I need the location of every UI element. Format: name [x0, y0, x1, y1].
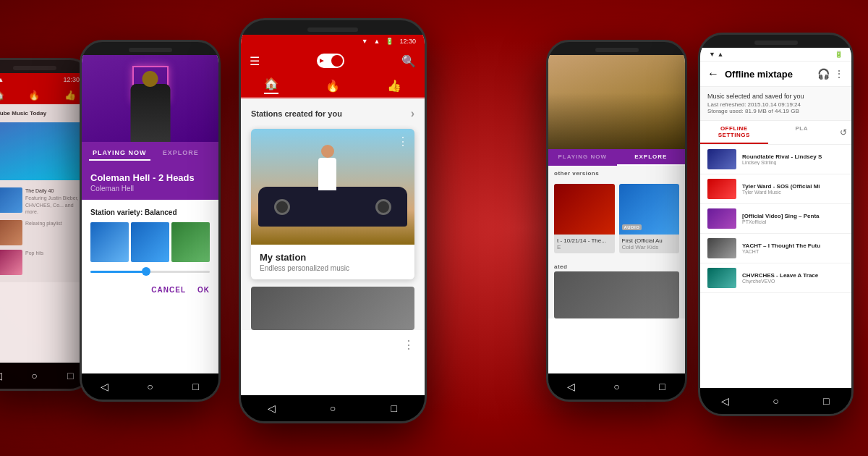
- tab-playing-now-right[interactable]: PLAYING NOW: [548, 149, 617, 166]
- speaker-center: [307, 28, 358, 32]
- home-btn-far-left[interactable]: ○: [27, 368, 41, 383]
- recent-btn-far-right[interactable]: □: [819, 394, 833, 408]
- tab-playing-now[interactable]: PLAYING NOW: [89, 146, 150, 161]
- home-btn-center[interactable]: ○: [326, 401, 340, 415]
- video-card-2[interactable]: AUDIO First (Official Au Cold War Kids: [619, 184, 680, 253]
- recent-btn-far-left[interactable]: □: [63, 368, 77, 383]
- tab-explore-right[interactable]: EXPLORE: [617, 149, 686, 166]
- far-left-content: YouTube Music Today The Daily 40 Featuri…: [0, 104, 88, 282]
- track-name-2: Tyler Ward - SOS (Official Mi: [742, 183, 844, 190]
- search-icon[interactable]: 🔍: [401, 54, 416, 68]
- refresh-icon[interactable]: ↺: [835, 121, 851, 144]
- thumbsup-icon-far-left: 👍: [64, 90, 76, 101]
- tab-playlist[interactable]: PLA: [768, 121, 836, 144]
- screen-left: PLAYING NOW EXPLORE Coleman Hell - 2 Hea…: [82, 55, 218, 373]
- speaker-far-left: [13, 66, 56, 70]
- yt-logo-small: ▶: [320, 58, 323, 64]
- video-card-1[interactable]: t - 10/21/14 - The... E: [554, 184, 615, 253]
- list-item: Pop hits: [0, 250, 82, 275]
- video-meta-2: First (Official Au Cold War Kids: [619, 235, 680, 253]
- back-btn-far-right[interactable]: ◁: [718, 394, 733, 408]
- back-btn-left[interactable]: ◁: [98, 379, 112, 394]
- home-btn-left[interactable]: ○: [143, 379, 158, 394]
- screen-right: PLAYING NOW EXPLORE other versions t - 1…: [548, 55, 685, 373]
- song-title: Coleman Hell - 2 Heads: [90, 172, 210, 183]
- menu-icon[interactable]: ☰: [250, 54, 260, 68]
- track-name-4: YACHT – I Thought The Futu: [742, 242, 844, 249]
- tab-offline-settings[interactable]: OFFLINE SETTINGS: [700, 121, 768, 144]
- dialog-buttons: CANCEL OK: [90, 282, 210, 294]
- back-btn-far-left[interactable]: ◁: [0, 368, 6, 383]
- track-title-3: Pop hits: [25, 250, 43, 257]
- thumb-mini-1: [90, 222, 129, 262]
- screen-far-left: ▼ ▲ 12:30 🏠 🔥 👍 YouTube Music Today The …: [0, 73, 88, 363]
- recent-btn-center[interactable]: □: [387, 401, 401, 415]
- tab-explore-left[interactable]: EXPLORE: [150, 146, 212, 161]
- nav-bar-far-left: ◁ ○ □: [0, 363, 88, 389]
- three-dot-icon[interactable]: ⋮: [397, 135, 409, 148]
- speaker-far-right: [754, 41, 798, 45]
- track-info-3-far-right: [Official Video] Sing – Penta PTXofficia…: [742, 213, 844, 224]
- extra-thumb-1: [251, 287, 414, 330]
- phones-container: ▼ ▲ 12:30 🏠 🔥 👍 YouTube Music Today The …: [0, 0, 868, 456]
- tabs-right: PLAYING NOW EXPLORE: [548, 149, 685, 166]
- wifi-icon: ▼: [362, 38, 368, 45]
- offline-header: ← Offline mixtape 🎧 ⋮: [700, 62, 851, 87]
- artist-image-left: [82, 55, 218, 142]
- thumb-mini-2: [131, 222, 169, 262]
- station-card[interactable]: ⋮ My station Endless personalized music: [251, 129, 414, 279]
- slider-track: [90, 271, 210, 273]
- recent-btn-left[interactable]: □: [189, 379, 203, 394]
- car-wheel-left: [274, 199, 290, 215]
- offline-info: Music selected and saved for you Last re…: [700, 87, 851, 121]
- phone-far-left: ▼ ▲ 12:30 🏠 🔥 👍 YouTube Music Today The …: [0, 58, 90, 391]
- car-body: [258, 187, 407, 227]
- time-center: 12:30: [399, 38, 416, 45]
- toggle-knob: [331, 55, 343, 67]
- ok-button[interactable]: OK: [197, 286, 210, 294]
- track-meta-1: The Daily 40 Featuring Justin Bieber, CH…: [25, 187, 82, 216]
- thumb-mini-3: [171, 222, 210, 262]
- back-icon-far-right[interactable]: ←: [707, 67, 719, 80]
- app-bar-center: ☰ ▶ 🔍: [241, 48, 425, 74]
- track-thumb-2: [0, 220, 22, 245]
- home-btn-far-right[interactable]: ○: [768, 394, 783, 408]
- nav-bar-right: ◁ ○ □: [548, 373, 685, 400]
- track-artist-2: Tyler Ward Music: [742, 190, 844, 195]
- battery-icon: 🔋: [386, 38, 393, 45]
- track-thumb-2-far-right: [707, 179, 736, 199]
- list-item: Roundtable Rival - Lindsey S Lindsey Sti…: [700, 145, 851, 174]
- station-description: Endless personalized music: [260, 264, 406, 272]
- video-thumb-1: [554, 184, 615, 235]
- track-thumb-1-far-right: [707, 149, 736, 169]
- track-info-4-far-right: YACHT – I Thought The Futu YACHT: [742, 242, 844, 254]
- back-btn-right[interactable]: ◁: [564, 379, 579, 394]
- cancel-button[interactable]: CANCEL: [151, 286, 186, 294]
- home-icon-far-left: 🏠: [0, 90, 4, 101]
- video-artist-1: E: [557, 244, 612, 250]
- status-bar-center: ▼ ▲ 🔋 12:30: [241, 35, 425, 48]
- headphones-icon[interactable]: 🎧: [817, 68, 830, 80]
- track-artist-5: ChyrcheVEVO: [742, 279, 844, 284]
- slider-thumb[interactable]: [142, 267, 150, 276]
- more-icon-far-right[interactable]: ⋮: [834, 68, 844, 80]
- top-nav-far-left: 🏠 🔥 👍: [0, 86, 88, 104]
- extra-content-row: ⋮: [241, 279, 425, 330]
- home-nav-center[interactable]: 🏠: [264, 77, 278, 94]
- person-head: [142, 71, 158, 87]
- hot-nav-center[interactable]: 🔥: [326, 79, 340, 93]
- liked-nav-center[interactable]: 👍: [387, 79, 401, 93]
- back-btn-center[interactable]: ◁: [264, 401, 278, 415]
- track-meta-3: Pop hits: [25, 250, 43, 257]
- speaker-left: [129, 48, 172, 52]
- status-bar-far-right: ▼ ▲ 🔋: [700, 48, 851, 62]
- home-btn-right[interactable]: ○: [610, 379, 624, 394]
- track-info-5-far-right: CHVRCHES - Leave A Trace ChyrcheVEVO: [742, 272, 844, 284]
- slider-container[interactable]: [90, 271, 210, 273]
- toggle-button[interactable]: ▶: [317, 54, 344, 68]
- recent-btn-right[interactable]: □: [655, 379, 670, 394]
- phone-center: ▼ ▲ 🔋 12:30 ☰ ▶ 🔍 🏠 🔥: [239, 18, 427, 423]
- list-item: Tyler Ward - SOS (Official Mi Tyler Ward…: [700, 174, 851, 204]
- chevron-right-icon[interactable]: ›: [411, 107, 414, 120]
- image-overlay-right: [548, 55, 685, 149]
